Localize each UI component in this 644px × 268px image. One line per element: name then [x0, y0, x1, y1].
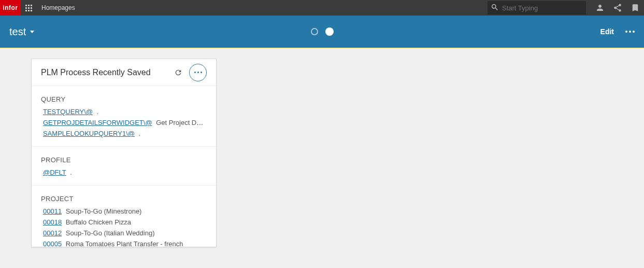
list-item: 00012 Soup-To-Go (Italian Wedding) [41, 228, 207, 238]
page-dot-2[interactable] [325, 27, 334, 36]
refresh-icon [174, 68, 182, 77]
list-item: GETPROJDETAILSFORWIDGET\@ Get Project De… [41, 117, 207, 128]
widget-plm-recent: PLM Process Recently Saved QUERYTESTQUER… [31, 59, 217, 247]
list-item-link[interactable]: 00018 [43, 218, 62, 226]
widget-header: PLM Process Recently Saved [32, 59, 216, 86]
list-item-link[interactable]: SAMPLELOOKUPQUERY1\@ [43, 130, 135, 137]
widget-group: QUERYTESTQUERY\@ .GETPROJDETAILSFORWIDGE… [32, 86, 216, 147]
widget-body[interactable]: QUERYTESTQUERY\@ .GETPROJDETAILSFORWIDGE… [32, 86, 216, 247]
list-item-link[interactable]: 00011 [43, 207, 62, 215]
widget-group: PROFILE@DFLT . [32, 147, 216, 186]
list-item-desc: Soup-To-Go (Minestrone) [64, 207, 141, 215]
more-horizontal-icon [194, 72, 202, 73]
list-item-link[interactable]: 00005 [43, 240, 62, 247]
share-icon[interactable] [609, 0, 626, 16]
edit-button[interactable]: Edit [600, 27, 614, 36]
page-title-text: test [9, 26, 26, 38]
list-item-desc: Soup-To-Go (Italian Wedding) [64, 229, 154, 237]
search-input[interactable] [502, 4, 583, 12]
group-title: PROJECT [41, 195, 207, 203]
user-icon[interactable] [591, 0, 609, 16]
sub-header: test Edit [0, 16, 644, 48]
list-item-link[interactable]: GETPROJDETAILSFORWIDGET\@ [43, 119, 152, 126]
list-item-desc: . [68, 168, 72, 176]
list-item-desc: . [137, 130, 140, 137]
brand-logo: infor [0, 0, 21, 16]
search-box[interactable] [488, 1, 586, 15]
list-item: 00005 Roma Tomatoes Plant Transfer - fre… [41, 238, 207, 247]
more-icon[interactable] [625, 31, 635, 33]
list-item-desc: . [95, 108, 98, 116]
widget-more-button[interactable] [189, 64, 207, 81]
group-title: PROFILE [41, 156, 207, 164]
list-item-link[interactable]: TESTQUERY\@ [43, 108, 93, 116]
group-title: QUERY [41, 95, 207, 103]
refresh-button[interactable] [173, 67, 184, 78]
list-item: SAMPLELOOKUPQUERY1\@ . [41, 128, 207, 139]
list-item-desc: Buffalo Chicken Pizza [64, 218, 131, 226]
list-item-desc: Roma Tomatoes Plant Transfer - french [64, 240, 183, 247]
canvas: PLM Process Recently Saved QUERYTESTQUER… [0, 48, 644, 247]
page-indicator[interactable] [311, 27, 334, 36]
bookmark-icon[interactable] [626, 0, 644, 16]
list-item-link[interactable]: @DFLT [43, 168, 66, 176]
list-item: 00018 Buffalo Chicken Pizza [41, 217, 207, 228]
list-item-desc: Get Project De… [154, 119, 207, 126]
list-item: 00011 Soup-To-Go (Minestrone) [41, 206, 207, 217]
list-item: TESTQUERY\@ . [41, 106, 207, 117]
chevron-down-icon [30, 31, 34, 33]
widget-title: PLM Process Recently Saved [41, 68, 167, 77]
list-item-link[interactable]: 00012 [43, 229, 62, 237]
widget-group: PROJECT00011 Soup-To-Go (Minestrone)0001… [32, 186, 216, 247]
page-dot-1[interactable] [311, 28, 318, 35]
page-title-dropdown[interactable]: test [9, 26, 34, 38]
apps-launcher-icon[interactable] [21, 0, 36, 16]
search-icon [491, 3, 502, 13]
header-title: Homepages [41, 4, 75, 11]
list-item: @DFLT . [41, 167, 207, 178]
top-header: infor Homepages [0, 0, 644, 16]
